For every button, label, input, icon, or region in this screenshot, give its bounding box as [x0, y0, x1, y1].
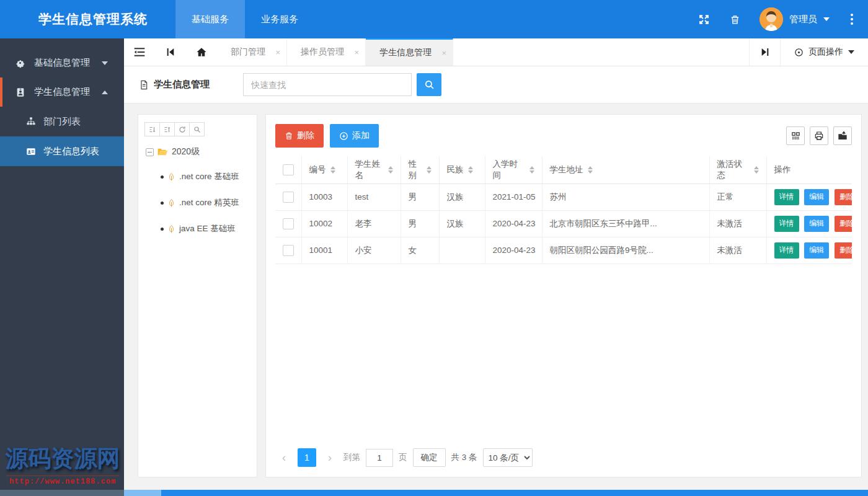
- col-header-enroll: 入学时间: [493, 159, 525, 181]
- bullet-icon: [161, 228, 164, 231]
- user-menu[interactable]: 管理员: [760, 7, 830, 31]
- sidebar-item-student-info[interactable]: 学生信息管理: [0, 78, 124, 107]
- home-icon[interactable]: [186, 38, 217, 66]
- tab-label: 操作员管理: [301, 46, 344, 58]
- more-options-icon[interactable]: [851, 18, 853, 20]
- search-button[interactable]: [417, 73, 441, 96]
- collapse-node-icon[interactable]: [146, 148, 154, 156]
- page-actions-dropdown[interactable]: 页面操作: [780, 38, 868, 66]
- delete-row-button[interactable]: 删除: [835, 242, 852, 259]
- avatar: [760, 7, 783, 31]
- sort-icon[interactable]: [330, 166, 335, 174]
- close-tab-icon[interactable]: [354, 48, 359, 57]
- tree-node-label: .net core 精英班: [179, 197, 239, 208]
- tree-node-class2[interactable]: .net core 精英班: [161, 197, 250, 208]
- sort-icon[interactable]: [588, 166, 593, 174]
- chevron-down-icon: [848, 50, 854, 54]
- columns-toggle-icon[interactable]: [786, 126, 805, 145]
- cell-id: 10001: [301, 237, 347, 264]
- collapse-sidebar-icon[interactable]: [124, 38, 155, 66]
- table-row: 10002 老李 男 汉族 2020-04-23 北京市朝阳区东三环中路甲...…: [275, 210, 852, 237]
- print-icon[interactable]: [810, 126, 828, 145]
- add-button[interactable]: 添加: [330, 124, 379, 148]
- goto-label: 到第: [343, 452, 360, 463]
- cell-gender: 男: [401, 184, 439, 210]
- table-row: 10003 test 男 汉族 2021-01-05 苏州 正常 详情 编辑 删…: [275, 184, 852, 210]
- collapse-all-icon[interactable]: [159, 122, 175, 136]
- edit-button[interactable]: 编辑: [804, 216, 829, 232]
- sidebar-item-basic-info[interactable]: 基础信息管理: [0, 48, 124, 78]
- scrollbar-thumb[interactable]: [124, 490, 161, 496]
- pagination: 1 到第 页 确定 共 3 条 10 条/页: [276, 448, 533, 467]
- sidebar-item-student-list[interactable]: 学生信息列表: [0, 136, 124, 166]
- close-tab-icon[interactable]: [275, 48, 280, 57]
- bullet-icon: [161, 202, 164, 205]
- id-card-icon: [26, 146, 36, 156]
- delete-row-button[interactable]: 删除: [835, 216, 852, 232]
- add-button-label: 添加: [352, 130, 370, 141]
- sidebar-item-dept-list[interactable]: 部门列表: [0, 107, 124, 136]
- leaf-icon: [168, 173, 175, 181]
- tree-node-label: 2020级: [172, 146, 200, 157]
- tab-student-info-mgmt[interactable]: 学生信息管理: [366, 38, 453, 66]
- delete-button[interactable]: 删除: [275, 124, 324, 148]
- sort-icon[interactable]: [388, 166, 393, 174]
- goto-page-input[interactable]: [366, 449, 393, 467]
- scroll-tabs-left-icon[interactable]: [155, 38, 186, 66]
- tree-node-class3[interactable]: java EE 基础班: [161, 223, 250, 234]
- page-title: 学生信息管理: [139, 79, 243, 91]
- row-checkbox[interactable]: [283, 192, 294, 203]
- page-number-1[interactable]: 1: [298, 448, 316, 467]
- search-input[interactable]: [243, 73, 412, 96]
- row-checkbox[interactable]: [283, 218, 294, 229]
- trash-icon[interactable]: [728, 13, 741, 25]
- sort-icon[interactable]: [754, 166, 759, 174]
- student-table: 编号 学生姓名 性别 民族 入学时间 学生地址 激活状态 操作: [275, 156, 852, 264]
- prev-page-icon[interactable]: [276, 448, 292, 467]
- watermark: 源码资源网 http://www.net188.com: [0, 443, 125, 486]
- chevron-down-icon: [102, 61, 108, 65]
- tree-node-class1[interactable]: .net core 基础班: [161, 171, 250, 182]
- tree-node-label: .net core 基础班: [179, 171, 239, 182]
- sort-icon[interactable]: [468, 166, 473, 174]
- folder-open-icon: [157, 148, 168, 156]
- top-navbar: 学生信息管理系统 基础服务 业务服务 管理员: [0, 0, 868, 38]
- edit-button[interactable]: 编辑: [804, 189, 829, 205]
- confirm-button[interactable]: 确定: [413, 448, 446, 467]
- expand-all-icon[interactable]: [144, 122, 160, 136]
- detail-button[interactable]: 详情: [774, 216, 799, 232]
- close-tab-icon[interactable]: [441, 48, 446, 58]
- tab-dept-mgmt[interactable]: 部门管理: [217, 38, 287, 66]
- scroll-tabs-right-icon[interactable]: [749, 38, 780, 66]
- detail-button[interactable]: 详情: [774, 242, 799, 259]
- refresh-icon[interactable]: [174, 122, 190, 136]
- next-page-icon[interactable]: [322, 448, 338, 467]
- export-icon[interactable]: [833, 126, 852, 145]
- tab-operator-mgmt[interactable]: 操作员管理: [287, 38, 366, 66]
- nav-item-basic-services[interactable]: 基础服务: [175, 0, 245, 38]
- app-title: 学生信息管理系统: [0, 0, 175, 38]
- fullscreen-icon[interactable]: [698, 13, 710, 25]
- horizontal-scrollbar[interactable]: [0, 490, 868, 496]
- watermark-url: http://www.net188.com: [6, 476, 119, 486]
- cell-name: 老李: [347, 210, 401, 237]
- gear-icon: [15, 58, 25, 68]
- select-all-checkbox[interactable]: [283, 164, 294, 175]
- delete-row-button[interactable]: 删除: [835, 189, 852, 205]
- tree-search-icon[interactable]: [189, 122, 205, 136]
- page-size-select[interactable]: 10 条/页: [483, 448, 533, 467]
- edit-button[interactable]: 编辑: [804, 242, 829, 259]
- nav-item-business-services[interactable]: 业务服务: [245, 0, 314, 38]
- col-header-ethnic: 民族: [447, 164, 464, 175]
- trash-icon: [285, 131, 293, 140]
- detail-button[interactable]: 详情: [774, 189, 799, 205]
- sidebar-item-label: 学生信息列表: [43, 146, 99, 157]
- row-checkbox[interactable]: [283, 245, 294, 256]
- cell-ethnic: [439, 237, 485, 264]
- sort-icon[interactable]: [529, 166, 534, 174]
- watermark-title: 源码资源网: [0, 443, 125, 474]
- tree-node-root[interactable]: 2020级: [146, 146, 250, 157]
- cell-date: 2020-04-23: [485, 210, 542, 237]
- sort-icon[interactable]: [427, 166, 432, 174]
- app-root: 学生信息管理系统 基础服务 业务服务 管理员: [0, 0, 868, 496]
